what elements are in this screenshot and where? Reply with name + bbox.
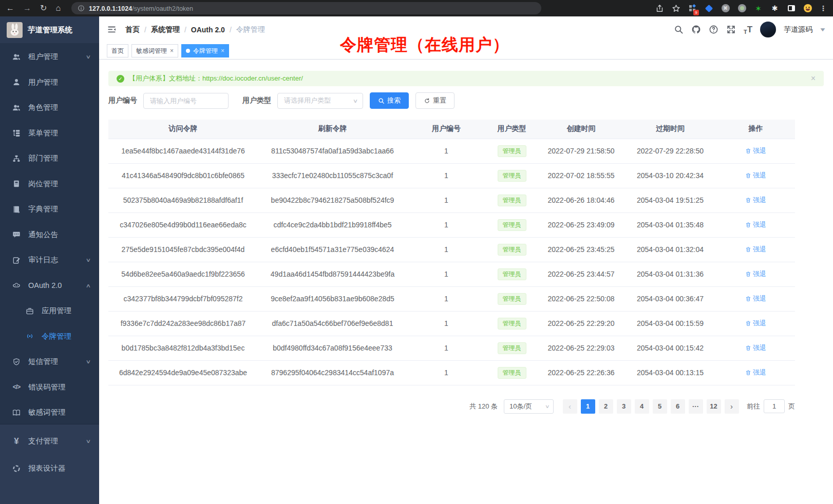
sidebar-collapse-icon[interactable] [107,25,117,34]
sidebar-item-user[interactable]: 用户管理 [0,70,99,95]
sidebar-item-post-badge[interactable]: 岗位管理 [0,171,99,197]
pagination-more-button[interactable]: ··· [689,399,703,414]
sensitive-book-icon [12,408,21,417]
tab-label: 首页 [111,47,124,55]
site-info-icon[interactable] [78,5,85,12]
force-logout-button[interactable]: 强退 [745,245,766,254]
sidebar-item-report-designer[interactable]: 报表设计器 [0,455,99,482]
sidebar-item-errcode[interactable]: </>错误码管理 [0,375,99,400]
browser-home-icon[interactable]: ⌂ [55,0,61,16]
sidebar-item-audit-edit[interactable]: 审计日志∨ [0,247,99,273]
tab-close-icon[interactable]: × [170,47,174,54]
extension-gem-icon[interactable] [705,4,713,13]
extension-grid-icon[interactable]: 9 [688,4,697,13]
pagination-total: 共 120 条 [469,402,498,411]
browser-reload-icon[interactable]: ↻ [40,0,47,16]
share-icon[interactable] [655,4,664,13]
cell-access-token: 275e5de9151045fe87cbdc395e004f4d [108,237,258,262]
pagination-page-4[interactable]: 4 [635,399,649,414]
dict-book-icon [12,205,21,214]
cell-create-time: 2022-06-25 23:44:57 [538,262,624,286]
sidebar-item-sensitive-book[interactable]: 敏感词管理 [0,400,99,425]
cell-create-time: 2022-07-29 21:58:50 [538,139,624,163]
force-logout-button[interactable]: 强退 [745,146,766,156]
goto-page-input[interactable] [764,399,785,413]
alert-doc-link[interactable]: https://doc.iocoder.cn/user-center/ [202,74,303,82]
fullscreen-icon[interactable] [726,25,736,34]
sidebar-item-label: 短信管理 [28,357,58,366]
browser-menu-icon[interactable]: ⋮ [820,4,827,12]
sidebar-item-org-chart[interactable]: 部门管理 [0,146,99,171]
tag-tab[interactable]: 首页 [107,44,128,57]
tag-tab[interactable]: 敏感词管理× [131,44,178,57]
tag-tab[interactable]: 令牌管理× [181,44,229,57]
extension-record-icon[interactable] [737,4,746,13]
caret-down-icon[interactable]: ▼ [819,27,827,32]
table-row: 1ea5e44f8bc1467aaede43144f31de76811c5304… [108,139,795,163]
sidebar-item-menu-tree[interactable]: 菜单管理 [0,121,99,146]
sidebar-panel-icon[interactable] [787,4,796,13]
force-logout-button[interactable]: 强退 [745,196,766,205]
sidebar-item-sms-shield[interactable]: 短信管理∨ [0,349,99,375]
force-logout-button[interactable]: 强退 [745,294,766,303]
page-size-select[interactable]: 10条/页 ∨ [504,399,554,414]
notice-chat-icon [12,230,21,239]
sidebar-item-oauth-robot[interactable]: OAuth 2.0∧ [0,273,99,299]
user-type-badge: 管理员 [498,195,526,206]
extension-star-icon[interactable]: ✶ [754,4,763,13]
search-icon[interactable] [674,25,684,34]
address-bar[interactable]: 127.0.0.1:1024/system/oauth2/token [71,2,541,14]
sidebar-item-role-users[interactable]: 角色管理 [0,95,99,121]
bookmark-star-icon[interactable] [672,4,680,13]
extensions-puzzle-icon[interactable]: ✱ [770,4,779,13]
cell-refresh-token: e6cfd40eb1f54571a31e775e039c4624 [258,237,407,262]
force-logout-button[interactable]: 强退 [745,368,766,377]
table-row: 502375b8040a469a9b82188afdf6af1fbe90422b… [108,188,795,212]
profile-emoji-icon[interactable] [803,4,812,13]
force-logout-button[interactable]: 强退 [745,220,766,229]
user-id-input[interactable] [143,93,229,109]
goto-label: 前往 [747,402,760,411]
user-type-badge: 管理员 [498,219,526,231]
browser-back-icon[interactable]: ← [6,0,14,16]
username[interactable]: 芋道源码 [784,25,812,34]
breadcrumb-item[interactable]: 首页 [125,25,140,34]
user-avatar[interactable] [760,22,776,37]
app-logo-row[interactable]: 芋道管理系统 [0,16,99,43]
sidebar-item-token-broadcast[interactable]: 令牌管理 [0,324,99,350]
github-icon[interactable] [691,25,701,34]
user-icon [12,78,21,87]
sidebar-item-notice-chat[interactable]: 通知公告 [0,222,99,248]
help-icon[interactable] [709,25,718,34]
sidebar-item-pay-yen[interactable]: ¥支付管理∨ [0,428,99,455]
table-row: c347026e805e4d99b0d116eae66eda8ccdfc4ce9… [108,212,795,237]
trash-icon [745,197,751,203]
sidebar-item-dict-book[interactable]: 字典管理 [0,197,99,222]
pagination-page-12[interactable]: 12 [707,399,721,414]
alert-close-icon[interactable]: × [811,74,816,83]
extension-command-icon[interactable]: ⌘ [721,4,730,13]
pagination-page-1[interactable]: 1 [581,399,595,414]
breadcrumb-item[interactable]: OAuth 2.0 [191,26,225,34]
tab-close-icon[interactable]: × [221,47,224,54]
sidebar-item-tenant-users[interactable]: 租户管理∨ [0,44,99,70]
search-button[interactable]: 搜索 [370,92,409,109]
pagination-next-button[interactable]: › [725,399,739,414]
user-type-select[interactable]: 请选择用户类型 ∨ [277,93,363,109]
pagination-page-3[interactable]: 3 [617,399,631,414]
search-icon [378,98,385,104]
pagination-page-6[interactable]: 6 [671,399,685,414]
breadcrumb-separator: / [184,26,186,34]
pagination-page-2[interactable]: 2 [599,399,613,414]
force-logout-button[interactable]: 强退 [745,269,766,279]
pagination-page-5[interactable]: 5 [653,399,667,414]
browser-forward-icon[interactable]: → [23,0,31,16]
sidebar-item-app-briefcase[interactable]: 应用管理 [0,298,99,324]
force-logout-button[interactable]: 强退 [745,171,766,180]
font-size-icon[interactable]: TT [744,25,752,35]
force-logout-button[interactable]: 强退 [745,319,766,328]
cell-user-type: 管理员 [485,336,538,360]
reset-button[interactable]: 重置 [415,92,455,109]
breadcrumb-item[interactable]: 系统管理 [151,25,180,34]
force-logout-button[interactable]: 强退 [745,343,766,353]
